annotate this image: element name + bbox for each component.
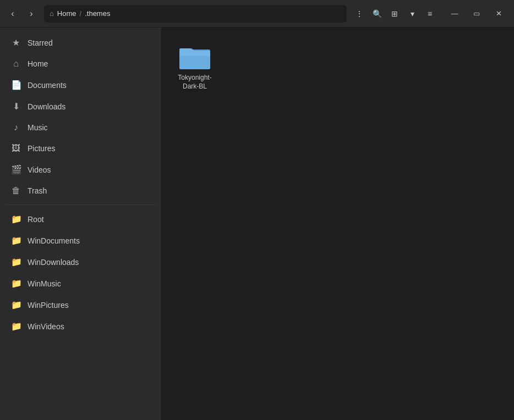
breadcrumb: ⌂ Home / .themes [44,5,347,23]
sidebar-item-documents[interactable]: 📄 Documents [0,74,161,96]
close-button[interactable]: ✕ [488,5,510,22]
sidebar-item-label: Documents [28,81,67,90]
winvideos-icon: 📁 [11,321,21,331]
sidebar-item-label: WinPictures [28,301,69,310]
view-dropdown-icon: ▾ [411,9,414,18]
back-button[interactable]: ‹ [4,5,21,22]
sidebar-item-label: WinDownloads [28,258,79,267]
music-icon: ♪ [11,123,21,132]
sidebar: ★ Starred ⌂ Home 📄 Documents ⬇ Downloads… [0,27,162,420]
minimize-button[interactable]: — [444,5,466,22]
titlebar: ‹ › ⌂ Home / .themes ⋮ 🔍 ⊞ ▾ ≡ — ▭ [0,0,514,27]
root-folder-icon: 📁 [11,214,21,224]
breadcrumb-home[interactable]: Home [57,9,76,18]
sidebar-item-label: Starred [28,38,53,47]
winmusic-icon: 📁 [11,278,21,289]
svg-rect-2 [179,51,210,56]
view-list-icon: ≡ [428,9,432,18]
close-icon: ✕ [496,9,502,18]
sidebar-item-label: Home [28,59,48,68]
trash-icon: 🗑 [11,186,21,196]
sidebar-item-label: Pictures [28,144,56,153]
file-item-label: Tokyonight-Dark-BL [178,74,211,91]
sidebar-item-label: WinMusic [28,279,61,288]
sidebar-item-label: Music [28,123,48,132]
breadcrumb-separator: / [80,9,82,18]
sidebar-item-music[interactable]: ♪ Music [0,117,161,138]
windownloads-icon: 📁 [11,257,21,267]
more-options-icon: ⋮ [356,9,363,18]
view-list-button[interactable]: ≡ [422,5,438,22]
sidebar-item-winpictures[interactable]: 📁 WinPictures [0,294,161,316]
forward-icon: › [30,9,32,19]
file-area: Tokyonight-Dark-BL [162,27,514,420]
window-controls: — ▭ ✕ [444,5,510,22]
sidebar-item-pictures[interactable]: 🖼 Pictures [0,138,161,159]
sidebar-divider [6,205,156,205]
sidebar-item-winvideos[interactable]: 📁 WinVideos [0,316,161,337]
sidebar-item-label: Downloads [28,102,65,111]
maximize-button[interactable]: ▭ [466,5,488,22]
sidebar-item-windownloads[interactable]: 📁 WinDownloads [0,251,161,273]
starred-icon: ★ [11,37,21,48]
view-grid-button[interactable]: ⊞ [386,5,403,22]
sidebar-item-winmusic[interactable]: 📁 WinMusic [0,273,161,294]
sidebar-item-windocuments[interactable]: 📁 WinDocuments [0,230,161,251]
view-dropdown-button[interactable]: ▾ [404,5,420,22]
file-grid: Tokyonight-Dark-BL [173,38,503,95]
breadcrumb-current: .themes [85,9,110,18]
pictures-icon: 🖼 [11,143,21,153]
home-icon: ⌂ [50,9,54,18]
sidebar-item-videos[interactable]: 🎬 Videos [0,159,161,180]
view-grid-icon: ⊞ [391,9,398,18]
downloads-icon: ⬇ [11,101,21,112]
maximize-icon: ▭ [473,9,480,18]
search-button[interactable]: 🔍 [369,5,385,22]
sidebar-item-label: Trash [28,186,47,195]
folder-icon [178,43,211,70]
windocuments-icon: 📁 [11,235,21,246]
forward-button[interactable]: › [23,5,40,22]
sidebar-item-home[interactable]: ⌂ Home [0,53,161,74]
sidebar-item-label: WinDocuments [28,236,80,245]
sidebar-item-label: Videos [28,165,51,174]
documents-icon: 📄 [11,80,21,90]
sidebar-item-starred[interactable]: ★ Starred [0,32,161,53]
sidebar-item-label: WinVideos [28,322,64,331]
home-icon: ⌂ [11,59,21,69]
main-content: ★ Starred ⌂ Home 📄 Documents ⬇ Downloads… [0,27,514,420]
header-actions: ⋮ 🔍 ⊞ ▾ ≡ [351,5,438,22]
sidebar-item-root[interactable]: 📁 Root [0,208,161,230]
file-item-tokyonight[interactable]: Tokyonight-Dark-BL [173,38,217,95]
minimize-icon: — [451,9,458,18]
search-icon: 🔍 [373,9,382,18]
sidebar-item-trash[interactable]: 🗑 Trash [0,180,161,201]
sidebar-item-downloads[interactable]: ⬇ Downloads [0,96,161,117]
winpictures-icon: 📁 [11,300,21,310]
more-options-button[interactable]: ⋮ [351,5,368,22]
back-icon: ‹ [11,9,14,19]
sidebar-item-label: Root [28,215,44,224]
videos-icon: 🎬 [11,164,21,175]
